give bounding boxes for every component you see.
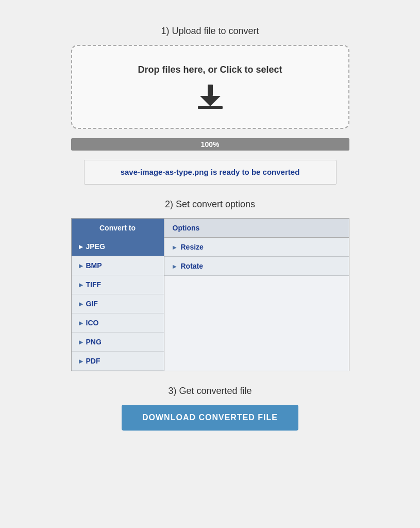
drop-zone-text: Drop files here, or Click to select [138, 64, 282, 75]
option-section-resize[interactable]: ▶ Resize [164, 238, 349, 257]
download-converted-file-button[interactable]: DOWNLOAD CONVERTED FILE [122, 405, 298, 431]
format-label-pdf: PDF [86, 357, 100, 365]
step1-title: 1) Upload file to convert [161, 26, 259, 37]
format-label-ico: ICO [86, 319, 99, 327]
progress-bar-container: 100% [71, 138, 349, 151]
format-item-gif[interactable]: ▶ GIF [72, 294, 164, 314]
options-header: Options [164, 219, 349, 238]
format-label-gif: GIF [86, 300, 98, 308]
svg-marker-1 [200, 96, 221, 106]
format-item-jpeg[interactable]: ▶ JPEG [72, 237, 164, 256]
format-item-png[interactable]: ▶ PNG [72, 333, 164, 352]
chevron-icon-bmp: ▶ [79, 263, 83, 269]
option-label-resize: Resize [181, 243, 204, 251]
chevron-icon-pdf: ▶ [79, 358, 83, 364]
ready-message-box: save-image-as-type.png is ready to be co… [84, 160, 337, 185]
option-section-rotate[interactable]: ▶ Rotate [164, 257, 349, 276]
svg-rect-0 [208, 85, 213, 96]
format-item-pdf[interactable]: ▶ PDF [72, 352, 164, 371]
chevron-icon-ico: ▶ [79, 320, 83, 326]
format-list: Convert to ▶ JPEG ▶ BMP ▶ TIFF ▶ GIF ▶ I… [72, 219, 164, 371]
upload-icon [195, 84, 226, 109]
chevron-icon-resize: ▶ [173, 244, 177, 250]
format-item-bmp[interactable]: ▶ BMP [72, 256, 164, 275]
format-label-png: PNG [86, 338, 102, 346]
progress-bar-label: 100% [201, 140, 220, 148]
step2-title: 2) Set convert options [165, 199, 255, 210]
chevron-icon-tiff: ▶ [79, 282, 83, 288]
format-label-jpeg: JPEG [86, 242, 105, 251]
option-label-rotate: Rotate [181, 262, 204, 270]
chevron-icon-png: ▶ [79, 339, 83, 345]
format-list-header: Convert to [72, 219, 164, 237]
convert-options-panel: Convert to ▶ JPEG ▶ BMP ▶ TIFF ▶ GIF ▶ I… [71, 218, 349, 371]
format-label-tiff: TIFF [86, 280, 102, 289]
chevron-icon-rotate: ▶ [173, 263, 177, 269]
svg-rect-2 [198, 106, 223, 109]
ready-message-text: save-image-as-type.png is ready to be co… [121, 168, 300, 176]
chevron-icon-jpeg: ▶ [79, 244, 83, 250]
drop-zone[interactable]: Drop files here, or Click to select [71, 45, 349, 129]
step3-title: 3) Get converted file [168, 386, 251, 397]
options-panel: Options ▶ Resize ▶ Rotate [164, 219, 349, 371]
chevron-icon-gif: ▶ [79, 301, 83, 307]
format-item-tiff[interactable]: ▶ TIFF [72, 275, 164, 294]
format-item-ico[interactable]: ▶ ICO [72, 314, 164, 333]
format-label-bmp: BMP [86, 261, 102, 270]
page-container: 1) Upload file to convert Drop files her… [0, 15, 420, 441]
